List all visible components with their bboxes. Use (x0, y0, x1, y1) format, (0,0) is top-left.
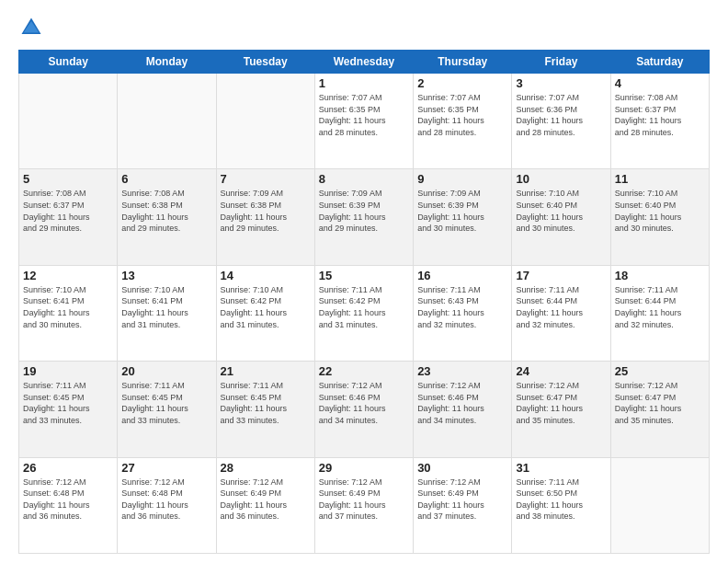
day-info: Sunrise: 7:11 AM Sunset: 6:42 PM Dayligh… (319, 284, 409, 330)
day-info: Sunrise: 7:12 AM Sunset: 6:47 PM Dayligh… (516, 380, 606, 426)
day-info: Sunrise: 7:12 AM Sunset: 6:49 PM Dayligh… (319, 477, 409, 523)
day-number: 11 (615, 172, 705, 186)
calendar-cell: 28Sunrise: 7:12 AM Sunset: 6:49 PM Dayli… (216, 457, 314, 553)
calendar-cell: 13Sunrise: 7:10 AM Sunset: 6:41 PM Dayli… (118, 265, 216, 361)
day-info: Sunrise: 7:10 AM Sunset: 6:40 PM Dayligh… (516, 188, 606, 234)
week-row-5: 26Sunrise: 7:12 AM Sunset: 6:48 PM Dayli… (19, 457, 710, 553)
weekday-thursday: Thursday (414, 51, 512, 74)
day-info: Sunrise: 7:12 AM Sunset: 6:46 PM Dayligh… (417, 380, 507, 426)
day-info: Sunrise: 7:11 AM Sunset: 6:44 PM Dayligh… (516, 284, 606, 330)
calendar-cell: 1Sunrise: 7:07 AM Sunset: 6:35 PM Daylig… (314, 74, 413, 169)
day-info: Sunrise: 7:12 AM Sunset: 6:49 PM Dayligh… (221, 477, 311, 523)
calendar-cell: 11Sunrise: 7:10 AM Sunset: 6:40 PM Dayli… (610, 169, 709, 265)
calendar-cell: 18Sunrise: 7:11 AM Sunset: 6:44 PM Dayli… (610, 265, 709, 361)
day-info: Sunrise: 7:07 AM Sunset: 6:36 PM Dayligh… (516, 92, 606, 138)
calendar-cell: 14Sunrise: 7:10 AM Sunset: 6:42 PM Dayli… (216, 265, 314, 361)
day-info: Sunrise: 7:10 AM Sunset: 6:41 PM Dayligh… (23, 284, 113, 330)
day-number: 14 (221, 269, 311, 282)
calendar-cell (118, 74, 216, 169)
week-row-4: 19Sunrise: 7:11 AM Sunset: 6:45 PM Dayli… (19, 362, 710, 457)
day-number: 9 (417, 172, 507, 186)
calendar-cell: 23Sunrise: 7:12 AM Sunset: 6:46 PM Dayli… (414, 362, 512, 457)
day-info: Sunrise: 7:10 AM Sunset: 6:40 PM Dayligh… (615, 188, 705, 234)
day-info: Sunrise: 7:08 AM Sunset: 6:38 PM Dayligh… (121, 188, 211, 234)
day-info: Sunrise: 7:12 AM Sunset: 6:47 PM Dayligh… (615, 380, 705, 426)
day-number: 17 (516, 269, 606, 282)
calendar-cell: 7Sunrise: 7:09 AM Sunset: 6:38 PM Daylig… (216, 169, 314, 265)
calendar-cell (19, 74, 118, 169)
day-info: Sunrise: 7:10 AM Sunset: 6:42 PM Dayligh… (221, 284, 311, 330)
day-number: 19 (23, 364, 113, 378)
weekday-wednesday: Wednesday (314, 51, 413, 74)
day-number: 1 (319, 76, 409, 90)
day-number: 21 (221, 364, 311, 378)
calendar-cell (610, 457, 709, 553)
week-row-2: 5Sunrise: 7:08 AM Sunset: 6:37 PM Daylig… (19, 169, 710, 265)
day-info: Sunrise: 7:08 AM Sunset: 6:37 PM Dayligh… (23, 188, 113, 234)
logo (18, 15, 46, 40)
calendar-cell (216, 74, 314, 169)
calendar-cell: 19Sunrise: 7:11 AM Sunset: 6:45 PM Dayli… (19, 362, 118, 457)
calendar-cell: 5Sunrise: 7:08 AM Sunset: 6:37 PM Daylig… (19, 169, 118, 265)
day-number: 13 (121, 269, 211, 282)
day-number: 23 (417, 364, 507, 378)
calendar-cell: 31Sunrise: 7:11 AM Sunset: 6:50 PM Dayli… (512, 457, 610, 553)
day-info: Sunrise: 7:11 AM Sunset: 6:45 PM Dayligh… (121, 380, 211, 426)
calendar-cell: 4Sunrise: 7:08 AM Sunset: 6:37 PM Daylig… (610, 74, 709, 169)
day-info: Sunrise: 7:09 AM Sunset: 6:38 PM Dayligh… (221, 188, 311, 234)
day-info: Sunrise: 7:07 AM Sunset: 6:35 PM Dayligh… (417, 92, 507, 138)
day-info: Sunrise: 7:11 AM Sunset: 6:44 PM Dayligh… (615, 284, 705, 330)
day-number: 25 (615, 364, 705, 378)
weekday-tuesday: Tuesday (216, 51, 314, 74)
calendar-cell: 22Sunrise: 7:12 AM Sunset: 6:46 PM Dayli… (314, 362, 413, 457)
calendar-cell: 8Sunrise: 7:09 AM Sunset: 6:39 PM Daylig… (314, 169, 413, 265)
day-info: Sunrise: 7:12 AM Sunset: 6:48 PM Dayligh… (23, 477, 113, 523)
day-number: 29 (319, 461, 409, 475)
day-info: Sunrise: 7:08 AM Sunset: 6:37 PM Dayligh… (615, 92, 705, 138)
day-number: 8 (319, 172, 409, 186)
weekday-friday: Friday (512, 51, 610, 74)
calendar-cell: 9Sunrise: 7:09 AM Sunset: 6:39 PM Daylig… (414, 169, 512, 265)
day-info: Sunrise: 7:11 AM Sunset: 6:50 PM Dayligh… (516, 477, 606, 523)
day-number: 4 (615, 76, 705, 90)
calendar-cell: 27Sunrise: 7:12 AM Sunset: 6:48 PM Dayli… (118, 457, 216, 553)
calendar-cell: 25Sunrise: 7:12 AM Sunset: 6:47 PM Dayli… (610, 362, 709, 457)
day-number: 10 (516, 172, 606, 186)
day-number: 28 (221, 461, 311, 475)
day-number: 24 (516, 364, 606, 378)
day-info: Sunrise: 7:11 AM Sunset: 6:45 PM Dayligh… (23, 380, 113, 426)
logo-icon (18, 15, 44, 40)
day-number: 27 (121, 461, 211, 475)
day-info: Sunrise: 7:11 AM Sunset: 6:45 PM Dayligh… (221, 380, 311, 426)
day-info: Sunrise: 7:12 AM Sunset: 6:48 PM Dayligh… (121, 477, 211, 523)
day-number: 5 (23, 172, 113, 186)
day-number: 6 (121, 172, 211, 186)
day-info: Sunrise: 7:12 AM Sunset: 6:46 PM Dayligh… (319, 380, 409, 426)
calendar-cell: 10Sunrise: 7:10 AM Sunset: 6:40 PM Dayli… (512, 169, 610, 265)
day-number: 7 (221, 172, 311, 186)
day-number: 30 (417, 461, 507, 475)
calendar-cell: 30Sunrise: 7:12 AM Sunset: 6:49 PM Dayli… (414, 457, 512, 553)
weekday-sunday: Sunday (19, 51, 118, 74)
day-number: 22 (319, 364, 409, 378)
day-info: Sunrise: 7:09 AM Sunset: 6:39 PM Dayligh… (417, 188, 507, 234)
calendar-table: SundayMondayTuesdayWednesdayThursdayFrid… (18, 50, 710, 554)
day-info: Sunrise: 7:11 AM Sunset: 6:43 PM Dayligh… (417, 284, 507, 330)
calendar-cell: 17Sunrise: 7:11 AM Sunset: 6:44 PM Dayli… (512, 265, 610, 361)
calendar-cell: 16Sunrise: 7:11 AM Sunset: 6:43 PM Dayli… (414, 265, 512, 361)
day-number: 16 (417, 269, 507, 282)
weekday-monday: Monday (118, 51, 216, 74)
header (18, 15, 710, 40)
calendar-cell: 6Sunrise: 7:08 AM Sunset: 6:38 PM Daylig… (118, 169, 216, 265)
page: SundayMondayTuesdayWednesdayThursdayFrid… (0, 0, 728, 563)
calendar-cell: 12Sunrise: 7:10 AM Sunset: 6:41 PM Dayli… (19, 265, 118, 361)
day-info: Sunrise: 7:09 AM Sunset: 6:39 PM Dayligh… (319, 188, 409, 234)
day-number: 18 (615, 269, 705, 282)
calendar-cell: 26Sunrise: 7:12 AM Sunset: 6:48 PM Dayli… (19, 457, 118, 553)
calendar-cell: 15Sunrise: 7:11 AM Sunset: 6:42 PM Dayli… (314, 265, 413, 361)
day-number: 15 (319, 269, 409, 282)
day-number: 31 (516, 461, 606, 475)
weekday-saturday: Saturday (610, 51, 709, 74)
day-info: Sunrise: 7:10 AM Sunset: 6:41 PM Dayligh… (121, 284, 211, 330)
day-number: 2 (417, 76, 507, 90)
